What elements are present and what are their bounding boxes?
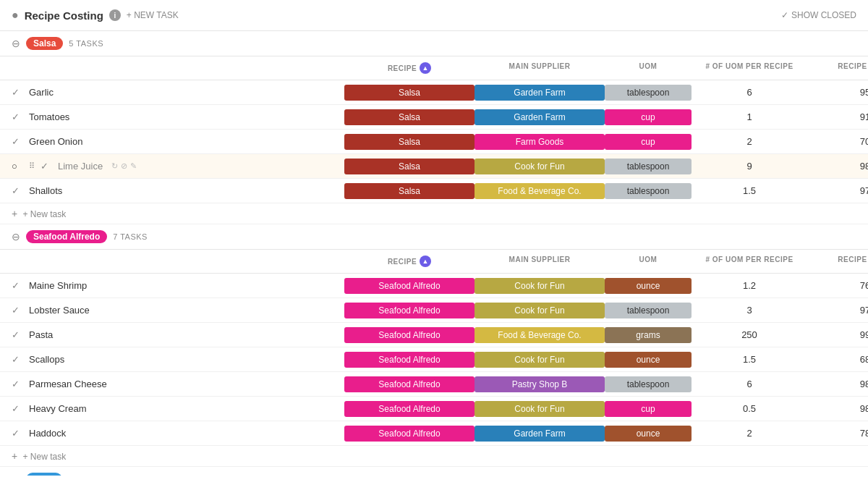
task-name[interactable]: Maine Shrimp <box>29 280 87 291</box>
sort-icon-salsa[interactable]: ▲ <box>420 62 431 74</box>
page-title: Recipe Costing <box>25 9 103 22</box>
col-header-uom-salsa: UOM <box>605 59 692 77</box>
uom-cell-green-onion: cup <box>605 134 692 150</box>
show-closed-button[interactable]: ✓ SHOW CLOSED <box>781 10 856 20</box>
task-name[interactable]: Scallops <box>29 354 64 365</box>
uom-per-recipe-green-onion: 2 <box>692 136 807 147</box>
new-task-button[interactable]: + NEW TASK <box>127 10 179 20</box>
recipe-yield: 99 <box>807 329 868 340</box>
add-icon-salsa: + <box>12 208 17 219</box>
check-icon[interactable]: ✓ <box>12 354 23 365</box>
table-row: ✓Maine Shrimp Seafood Alfredo Cook for F… <box>0 274 868 298</box>
task-name[interactable]: Lobster Sauce <box>29 305 90 316</box>
task-name[interactable]: Haddock <box>29 428 66 439</box>
info-icon[interactable]: i <box>109 9 121 21</box>
group-tag-pizza[interactable]: Pizza <box>26 473 62 476</box>
uom-per-recipe-lime-juice: 9 <box>692 161 807 172</box>
table-row: ✓ Shallots Salsa Food & Beverage Co. tab… <box>0 179 868 203</box>
new-task-salsa[interactable]: + + New task <box>0 203 868 224</box>
table-row: ✓ Garlic Salsa Garden Farm tablespoon 6 … <box>0 80 868 105</box>
check-icon[interactable]: ✓ <box>12 329 23 340</box>
check-icon-tomatoes[interactable]: ✓ <box>12 111 23 122</box>
uom-per-recipe: 2 <box>692 428 807 439</box>
app-container: ● Recipe Costing i + NEW TASK ✓ SHOW CLO… <box>0 0 868 476</box>
task-name[interactable]: Parmesan Cheese <box>29 379 107 389</box>
col-header-recipe-yield-salsa: RECIPE YIELD <box>807 59 868 77</box>
task-name-tomatoes[interactable]: Tomatoes <box>29 111 69 122</box>
header-left: ● Recipe Costing i + NEW TASK <box>12 9 179 22</box>
recipe-yield: 78 <box>807 428 868 439</box>
task-name[interactable]: Heavy Cream <box>29 403 86 414</box>
app-icon: ● <box>12 9 19 22</box>
collapse-icon-seafood[interactable]: ⊖ <box>12 231 20 242</box>
supplier-cell-tomatoes: Garden Farm <box>475 109 605 125</box>
col-header-supplier-salsa: MAIN SUPPLIER <box>475 59 605 77</box>
check-icon[interactable]: ✓ <box>12 379 23 389</box>
uom-cell-tomatoes: cup <box>605 109 692 125</box>
recipe-yield: 98 <box>807 379 868 389</box>
show-closed-label: SHOW CLOSED <box>791 10 856 20</box>
uom-per-recipe-shallots: 1.5 <box>692 185 807 196</box>
task-name-cell-shallots: ✓ Shallots <box>12 185 344 196</box>
group-pizza-header: ⊖ Pizza 7 TASKS <box>0 467 868 476</box>
group-salsa: ⊖ Salsa 5 TASKS RECIPE ▲ MAIN SUPPLIER U… <box>0 31 868 224</box>
uom-per-recipe: 3 <box>692 305 807 316</box>
uom-cell-garlic: tablespoon <box>605 85 692 101</box>
check-icon[interactable]: ✓ <box>12 403 23 414</box>
supplier-cell-garlic: Garden Farm <box>475 85 605 101</box>
group-tag-seafood[interactable]: Seafood Alfredo <box>26 230 107 243</box>
collapse-icon-pizza[interactable]: ⊖ <box>12 473 20 476</box>
check-icon-garlic[interactable]: ✓ <box>12 87 23 98</box>
uom-cell-lime-juice: tablespoon <box>605 159 692 174</box>
drag-icon-lime-juice: ⠿ <box>29 161 35 171</box>
table-row: ✓Heavy Cream Seafood Alfredo Cook for Fu… <box>0 397 868 421</box>
refresh-icon-lime-juice[interactable]: ↻ <box>111 161 118 171</box>
group-count-salsa: 5 TASKS <box>69 39 103 48</box>
table-row: ✓ Tomatoes Salsa Garden Farm cup 1 91 <box>0 105 868 130</box>
recipe-badge-garlic: Salsa <box>344 85 475 101</box>
recipe-cell-tomatoes: Salsa <box>344 109 475 125</box>
task-name-shallots[interactable]: Shallots <box>29 185 62 196</box>
table-row: ✓Scallops Seafood Alfredo Cook for Fun o… <box>0 347 868 372</box>
uom-per-recipe: 6 <box>692 379 807 389</box>
recipe-yield: 98 <box>807 403 868 414</box>
table-row: ✓Haddock Seafood Alfredo Garden Farm oun… <box>0 421 868 446</box>
recipe-yield-green-onion: 70 <box>807 136 868 147</box>
recipe-cell-garlic: Salsa <box>344 85 475 101</box>
table-row: ○ ⠿ ✓ Lime Juice ↻ ⊘ ✎ Salsa Cook for Fu… <box>0 154 868 179</box>
sort-icon-seafood[interactable]: ▲ <box>420 256 431 267</box>
table-header-seafood: RECIPE ▲ MAIN SUPPLIER UOM # OF UOM PER … <box>0 250 868 274</box>
uom-per-recipe: 250 <box>692 329 807 340</box>
task-name-cell-garlic: ✓ Garlic <box>12 87 344 98</box>
group-tag-salsa[interactable]: Salsa <box>26 37 63 50</box>
task-name-lime-juice[interactable]: Lime Juice <box>58 161 103 172</box>
check-icon[interactable]: ✓ <box>12 280 23 291</box>
task-name-garlic[interactable]: Garlic <box>29 87 54 98</box>
check-icon-lime-juice[interactable]: ✓ <box>41 161 52 172</box>
main-content: ⊖ Salsa 5 TASKS RECIPE ▲ MAIN SUPPLIER U… <box>0 31 868 476</box>
check-icon[interactable]: ✓ <box>12 428 23 439</box>
recipe-yield-lime-juice: 98 <box>807 161 868 172</box>
uom-per-recipe: 1.2 <box>692 280 807 291</box>
check-icon[interactable]: ✓ <box>12 305 23 316</box>
recipe-yield-tomatoes: 91 <box>807 111 868 122</box>
table-row: ✓Pasta Seafood Alfredo Food & Beverage C… <box>0 323 868 347</box>
recipe-yield: 97 <box>807 305 868 316</box>
circle-icon-lime-juice[interactable]: ○ <box>12 161 23 172</box>
tag-icon-lime-juice[interactable]: ⊘ <box>121 161 127 171</box>
group-pizza: ⊖ Pizza 7 TASKS RECIPE ▲ MAIN SUPPLIER U… <box>0 467 868 476</box>
task-name-cell-tomatoes: ✓ Tomatoes <box>12 111 344 122</box>
task-name[interactable]: Pasta <box>29 329 53 340</box>
uom-cell-shallots: tablespoon <box>605 183 692 199</box>
task-name-cell-lime-juice: ○ ⠿ ✓ Lime Juice ↻ ⊘ ✎ <box>12 161 344 172</box>
check-icon-shallots[interactable]: ✓ <box>12 185 23 196</box>
add-icon-seafood: + <box>12 450 17 462</box>
task-name-green-onion[interactable]: Green Onion <box>29 136 82 147</box>
header: ● Recipe Costing i + NEW TASK ✓ SHOW CLO… <box>0 0 868 31</box>
collapse-icon-salsa[interactable]: ⊖ <box>12 38 20 49</box>
edit-icon-lime-juice[interactable]: ✎ <box>130 161 137 171</box>
check-icon-green-onion[interactable]: ✓ <box>12 136 23 147</box>
recipe-yield-shallots: 97 <box>807 185 868 196</box>
new-task-seafood[interactable]: + + New task <box>0 446 868 467</box>
uom-per-recipe: 0.5 <box>692 403 807 414</box>
